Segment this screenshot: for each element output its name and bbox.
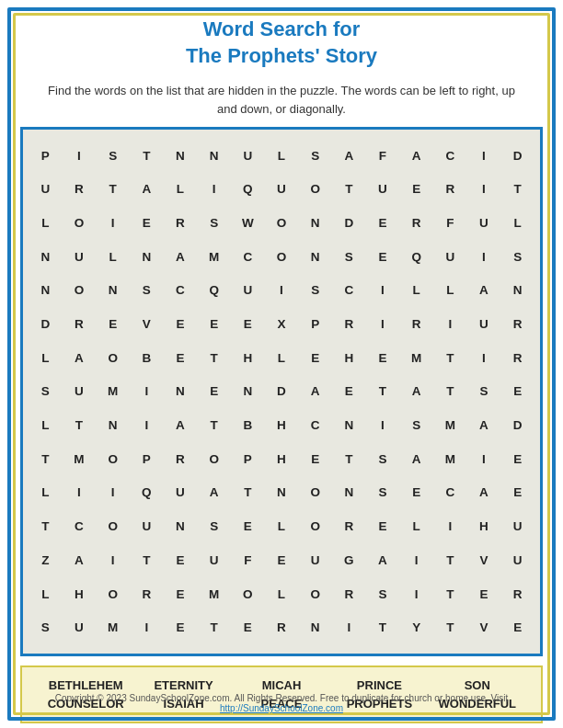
puzzle-cell: S bbox=[366, 476, 400, 510]
puzzle-cell: R bbox=[164, 207, 198, 241]
puzzle-cell: E bbox=[164, 341, 198, 375]
puzzle-cell: L bbox=[399, 510, 433, 544]
puzzle-cell: U bbox=[433, 240, 467, 274]
puzzle-cell: D bbox=[29, 308, 63, 342]
puzzle-cell: E bbox=[500, 611, 534, 645]
puzzle-cell: I bbox=[63, 476, 97, 510]
puzzle-cell: S bbox=[197, 510, 231, 544]
puzzle-cell: O bbox=[96, 510, 130, 544]
puzzle-cell: E bbox=[231, 510, 265, 544]
puzzle-cell: L bbox=[29, 207, 63, 241]
puzzle-cell: A bbox=[164, 409, 198, 443]
puzzle-cell: I bbox=[433, 308, 467, 342]
puzzle-cell: I bbox=[433, 510, 467, 544]
puzzle-cell: V bbox=[130, 308, 164, 342]
puzzle-cell: T bbox=[366, 375, 400, 409]
puzzle-cell: D bbox=[500, 139, 534, 173]
puzzle-cell: L bbox=[399, 274, 433, 308]
puzzle-container: PISTNNULSAFACIDURTALIQUOTUERITLOIERSWOND… bbox=[20, 127, 543, 656]
puzzle-cell: N bbox=[298, 207, 332, 241]
puzzle-cell: I bbox=[467, 173, 501, 207]
puzzle-cell: E bbox=[298, 341, 332, 375]
puzzle-cell: C bbox=[164, 274, 198, 308]
puzzle-cell: A bbox=[467, 476, 501, 510]
puzzle-cell: P bbox=[29, 139, 63, 173]
puzzle-cell: H bbox=[265, 409, 299, 443]
puzzle-cell: E bbox=[332, 375, 366, 409]
puzzle-cell: L bbox=[265, 510, 299, 544]
puzzle-cell: I bbox=[96, 476, 130, 510]
puzzle-cell: C bbox=[332, 274, 366, 308]
puzzle-cell: U bbox=[197, 543, 231, 577]
puzzle-cell: E bbox=[231, 308, 265, 342]
puzzle-cell: R bbox=[399, 207, 433, 241]
puzzle-cell: E bbox=[366, 510, 400, 544]
puzzle-cell: C bbox=[231, 240, 265, 274]
puzzle-cell: S bbox=[500, 240, 534, 274]
puzzle-cell: G bbox=[332, 543, 366, 577]
puzzle-cell: M bbox=[399, 341, 433, 375]
puzzle-cell: E bbox=[265, 543, 299, 577]
puzzle-cell: T bbox=[332, 173, 366, 207]
puzzle-cell: I bbox=[366, 274, 400, 308]
puzzle-cell: I bbox=[130, 409, 164, 443]
puzzle-cell: I bbox=[366, 409, 400, 443]
puzzle-cell: I bbox=[332, 611, 366, 645]
puzzle-cell: I bbox=[265, 274, 299, 308]
footer-middle: All Rights Reserved. Free to duplicate f… bbox=[234, 693, 508, 703]
puzzle-cell: I bbox=[467, 240, 501, 274]
puzzle-cell: L bbox=[433, 274, 467, 308]
puzzle-cell: O bbox=[298, 510, 332, 544]
puzzle-cell: T bbox=[29, 510, 63, 544]
puzzle-cell: R bbox=[332, 577, 366, 611]
puzzle-cell: O bbox=[96, 341, 130, 375]
puzzle-cell: E bbox=[164, 543, 198, 577]
puzzle-cell: E bbox=[197, 308, 231, 342]
puzzle-cell: M bbox=[197, 240, 231, 274]
puzzle-cell: A bbox=[366, 543, 400, 577]
puzzle-cell: I bbox=[63, 139, 97, 173]
puzzle-cell: W bbox=[231, 207, 265, 241]
puzzle-cell: L bbox=[265, 341, 299, 375]
puzzle-cell: M bbox=[433, 442, 467, 476]
puzzle-cell: O bbox=[298, 173, 332, 207]
puzzle-cell: N bbox=[29, 274, 63, 308]
puzzle-cell: A bbox=[399, 139, 433, 173]
puzzle-cell: U bbox=[500, 543, 534, 577]
puzzle-cell: O bbox=[231, 577, 265, 611]
puzzle-cell: M bbox=[63, 442, 97, 476]
footer-link[interactable]: http://SundaySchoolZone.com bbox=[220, 703, 343, 713]
puzzle-cell: V bbox=[467, 543, 501, 577]
puzzle-cell: M bbox=[197, 577, 231, 611]
puzzle-cell: T bbox=[197, 409, 231, 443]
puzzle-cell: I bbox=[130, 375, 164, 409]
puzzle-cell: S bbox=[298, 274, 332, 308]
puzzle-cell: U bbox=[130, 510, 164, 544]
puzzle-cell: A bbox=[467, 274, 501, 308]
puzzle-cell: R bbox=[500, 308, 534, 342]
puzzle-cell: O bbox=[265, 240, 299, 274]
puzzle-cell: T bbox=[433, 611, 467, 645]
puzzle-cell: T bbox=[332, 442, 366, 476]
puzzle-cell: T bbox=[231, 476, 265, 510]
puzzle-cell: H bbox=[63, 577, 97, 611]
puzzle-cell: P bbox=[130, 442, 164, 476]
puzzle-cell: I bbox=[197, 173, 231, 207]
puzzle-cell: R bbox=[164, 442, 198, 476]
puzzle-cell: S bbox=[298, 139, 332, 173]
puzzle-cell: U bbox=[467, 308, 501, 342]
puzzle-cell: D bbox=[332, 207, 366, 241]
puzzle-cell: U bbox=[63, 375, 97, 409]
puzzle-cell: I bbox=[399, 577, 433, 611]
puzzle-cell: I bbox=[96, 207, 130, 241]
footer-left: Copyright © 2023 SundaySchoolZone.com. bbox=[55, 693, 232, 703]
puzzle-cell: S bbox=[332, 240, 366, 274]
puzzle-cell: S bbox=[29, 611, 63, 645]
puzzle-cell: L bbox=[29, 577, 63, 611]
puzzle-cell: S bbox=[467, 375, 501, 409]
puzzle-cell: A bbox=[332, 139, 366, 173]
puzzle-cell: R bbox=[332, 510, 366, 544]
puzzle-cell: N bbox=[164, 510, 198, 544]
puzzle-cell: I bbox=[130, 611, 164, 645]
puzzle-cell: E bbox=[500, 375, 534, 409]
